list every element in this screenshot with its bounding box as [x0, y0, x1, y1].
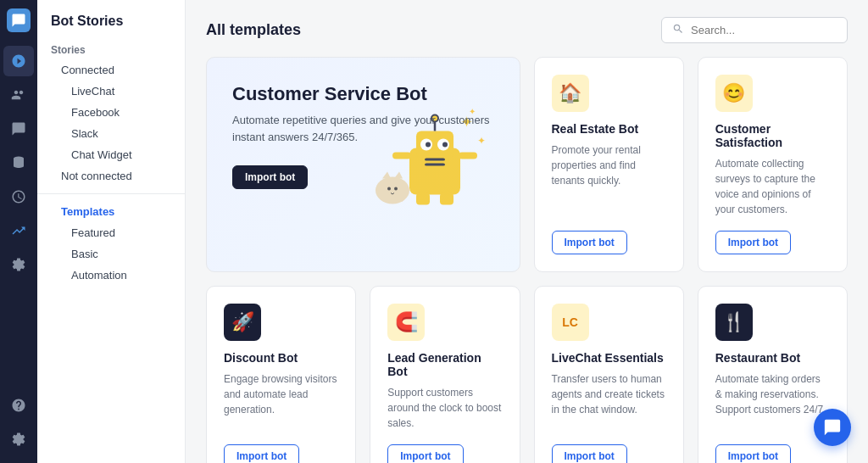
customer-satisfaction-card[interactable]: 😊 Customer Satisfaction Automate collect…: [698, 57, 848, 272]
discount-bot-desc: Engage browsing visitors and automate le…: [224, 371, 338, 431]
nav-people-icon[interactable]: [3, 80, 34, 110]
livechat-essentials-card[interactable]: LC LiveChat Essentials Transfer users to…: [534, 286, 684, 463]
livechat-essentials-import-button[interactable]: Import bot: [552, 444, 627, 463]
discount-bot-card[interactable]: 🚀 Discount Bot Engage browsing visitors …: [206, 286, 356, 463]
nav-help-icon[interactable]: [3, 390, 34, 421]
discount-bot-title: Discount Bot: [224, 351, 338, 365]
nav-connected[interactable]: Connected: [37, 59, 185, 81]
lead-gen-card[interactable]: 🧲 Lead Generation Bot Support customers …: [370, 286, 520, 463]
restaurant-bot-desc: Automate taking orders & making reservat…: [715, 371, 830, 431]
chat-fab-button[interactable]: [814, 409, 851, 446]
nav-settings-icon[interactable]: [3, 424, 34, 455]
customer-satisfaction-desc: Automate collecting surveys to capture t…: [715, 156, 830, 217]
discount-bot-icon: 🚀: [224, 304, 261, 341]
main-heading: All templates: [206, 21, 301, 39]
real-estate-icon: 🏠: [552, 75, 589, 112]
app-logo[interactable]: [7, 8, 31, 32]
featured-card[interactable]: Customer Service Bot Automate repetitive…: [206, 57, 520, 272]
lead-gen-title: Lead Generation Bot: [387, 351, 502, 378]
nav-chat-icon[interactable]: [3, 114, 34, 144]
templates-row2: 🚀 Discount Bot Engage browsing visitors …: [206, 286, 848, 463]
restaurant-bot-icon: 🍴: [715, 304, 753, 341]
livechat-essentials-title: LiveChat Essentials: [552, 351, 666, 365]
nav-analytics-icon[interactable]: [3, 215, 34, 246]
nav-database-icon[interactable]: [3, 148, 34, 178]
main-content: All templates Customer Service Bot Autom…: [186, 0, 868, 463]
nav-facebook[interactable]: Facebook: [37, 102, 185, 123]
search-icon: [672, 23, 684, 37]
lead-gen-icon: 🧲: [387, 304, 425, 341]
templates-row1: Customer Service Bot Automate repetitive…: [206, 57, 848, 272]
nav-basic[interactable]: Basic: [37, 243, 185, 265]
main-header: All templates: [206, 17, 848, 43]
real-estate-card[interactable]: 🏠 Real Estate Bot Promote your rental pr…: [534, 57, 684, 272]
featured-title: Customer Service Bot: [232, 83, 494, 105]
nav-chatwidget[interactable]: Chat Widget: [37, 144, 185, 165]
restaurant-bot-import-button[interactable]: Import bot: [715, 444, 791, 463]
search-box: [661, 17, 848, 43]
real-estate-desc: Promote your rental properties and find …: [552, 142, 666, 217]
nav-bots-icon[interactable]: [3, 46, 34, 76]
nav-slack[interactable]: Slack: [37, 123, 185, 144]
discount-bot-import-button[interactable]: Import bot: [224, 444, 299, 463]
nav-integrations-icon[interactable]: [3, 249, 34, 280]
nav-divider: [37, 193, 185, 194]
livechat-essentials-desc: Transfer users to human agents and creat…: [552, 371, 666, 431]
customer-satisfaction-import-button[interactable]: Import bot: [715, 231, 791, 254]
search-input[interactable]: [691, 24, 837, 36]
stories-section-label: Stories: [37, 39, 185, 59]
page-title: Bot Stories: [37, 14, 185, 39]
real-estate-import-button[interactable]: Import bot: [552, 231, 627, 254]
nav-automation[interactable]: Automation: [37, 265, 185, 286]
lead-gen-import-button[interactable]: Import bot: [387, 444, 463, 463]
featured-description: Automate repetitive queries and give you…: [232, 112, 494, 145]
nav-clock-icon[interactable]: [3, 181, 34, 212]
customer-satisfaction-icon: 😊: [715, 75, 753, 112]
nav-templates[interactable]: Templates: [37, 201, 185, 222]
lead-gen-desc: Support customers around the clock to bo…: [387, 385, 502, 431]
customer-satisfaction-title: Customer Satisfaction: [715, 122, 830, 149]
left-navigation: Bot Stories Stories Connected LiveChat F…: [37, 0, 186, 463]
nav-livechat[interactable]: LiveChat: [37, 81, 185, 102]
nav-featured[interactable]: Featured: [37, 222, 185, 243]
restaurant-bot-title: Restaurant Bot: [715, 351, 830, 365]
livechat-essentials-icon: LC: [552, 304, 589, 341]
icon-sidebar: [0, 0, 37, 463]
real-estate-title: Real Estate Bot: [552, 122, 666, 136]
nav-not-connected[interactable]: Not connected: [37, 165, 185, 187]
featured-content: Customer Service Bot Automate repetitive…: [232, 83, 494, 246]
featured-import-button[interactable]: Import bot: [232, 165, 308, 189]
